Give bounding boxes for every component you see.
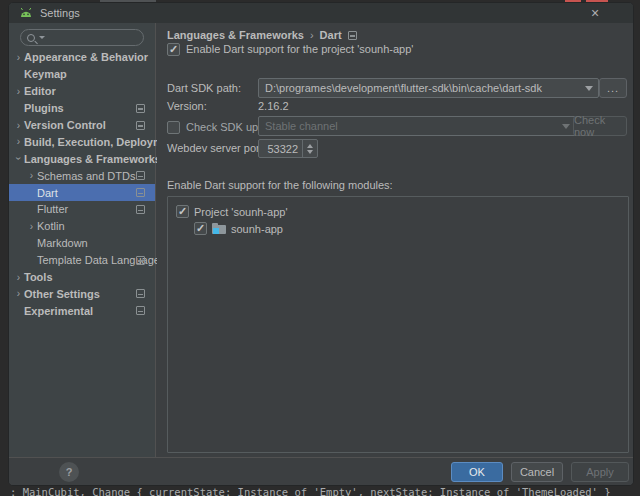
close-icon[interactable]: × [587, 5, 603, 21]
breadcrumb-dart[interactable]: Dart [320, 29, 342, 41]
chevron-right-icon: › [14, 136, 23, 147]
search-icon [27, 34, 35, 42]
version-value: 2.16.2 [258, 100, 289, 112]
check-sdk-update-checkbox[interactable] [167, 121, 180, 134]
chevron-right-icon: › [14, 120, 23, 131]
chevron-right-icon: › [14, 288, 23, 299]
webdev-port-value[interactable]: 53322 [259, 143, 302, 155]
settings-sidebar: ›Appearance & Behavior Keymap ›Editor Pl… [9, 23, 156, 457]
modules-heading: Enable Dart support for the following mo… [167, 179, 393, 191]
version-label: Version: [167, 100, 207, 112]
dart-settings-panel: Languages & Frameworks › Dart Enable Dar… [157, 23, 633, 457]
sidebar-item-schemas-and-dtds[interactable]: ›Schemas and DTDs [9, 167, 155, 184]
sidebar-item-template-data-languages[interactable]: Template Data Languages [9, 252, 155, 269]
module-project-label[interactable]: Project 'sounh-app' [194, 206, 287, 218]
sidebar-item-experimental[interactable]: Experimental [9, 302, 155, 319]
sidebar-item-keymap[interactable]: Keymap [9, 66, 155, 83]
chevron-right-icon: › [27, 170, 36, 181]
breadcrumb-languages-frameworks[interactable]: Languages & Frameworks [167, 29, 304, 41]
update-channel-combobox: Stable channel [258, 116, 576, 136]
sdk-path-value: D:\programes\development\flutter-sdk\bin… [265, 82, 542, 94]
modules-panel: Project 'sounh-app' sounh-app [167, 196, 629, 453]
sidebar-item-version-control[interactable]: ›Version Control [9, 117, 155, 134]
update-channel-value: Stable channel [265, 120, 338, 132]
android-icon [19, 7, 33, 19]
chevron-down-icon: › [14, 153, 23, 164]
settings-tree: ›Appearance & Behavior Keymap ›Editor Pl… [9, 49, 155, 319]
sidebar-item-languages-frameworks[interactable]: ›Languages & Frameworks [9, 150, 155, 167]
module-project-row: Project 'sounh-app' [176, 205, 287, 218]
browse-sdk-button[interactable]: ... [599, 78, 627, 98]
apply-button: Apply [571, 462, 629, 482]
search-options-caret-icon [39, 36, 45, 39]
module-project-checkbox[interactable] [176, 205, 189, 218]
webdev-port-label: Webdev server port: [167, 142, 266, 154]
stepper-arrows[interactable] [302, 140, 317, 157]
sidebar-item-build-execution-deployment[interactable]: ›Build, Execution, Deployment [9, 133, 155, 150]
configurable-badge-icon [136, 188, 145, 197]
console-log-line: : MainCubit, Change { currentState: Inst… [10, 485, 640, 496]
module-icon [212, 223, 226, 234]
sidebar-item-markdown[interactable]: Markdown [9, 235, 155, 252]
sidebar-item-tools[interactable]: ›Tools [9, 269, 155, 286]
dialog-title: Settings [40, 7, 80, 19]
module-item-row: sounh-app [194, 222, 283, 235]
configurable-badge-icon [136, 121, 145, 130]
help-button[interactable]: ? [59, 462, 79, 482]
sidebar-item-appearance-behavior[interactable]: ›Appearance & Behavior [9, 49, 155, 66]
configurable-badge-icon [136, 306, 145, 315]
chevron-right-icon: › [14, 52, 23, 63]
configurable-badge-icon [136, 205, 145, 214]
chevron-right-icon: › [14, 86, 23, 97]
chevron-right-icon: › [27, 221, 36, 232]
combo-dropdown-icon[interactable] [580, 79, 598, 97]
enable-dart-support-label[interactable]: Enable Dart support for the project 'sou… [186, 43, 413, 55]
chevron-right-icon: › [14, 272, 23, 283]
dialog-footer: ? OK Cancel Apply [9, 457, 633, 485]
configurable-badge-icon [136, 289, 145, 298]
ok-button[interactable]: OK [451, 462, 503, 482]
webdev-port-stepper[interactable]: 53322 [258, 139, 318, 158]
enable-dart-support-checkbox[interactable] [167, 43, 180, 56]
enable-dart-support-row: Enable Dart support for the project 'sou… [167, 41, 413, 57]
sidebar-item-dart[interactable]: Dart [9, 184, 155, 201]
stepper-up-icon[interactable] [307, 144, 313, 148]
stepper-down-icon[interactable] [307, 150, 313, 154]
sidebar-item-flutter[interactable]: Flutter [9, 201, 155, 218]
sidebar-item-kotlin[interactable]: ›Kotlin [9, 218, 155, 235]
footer-buttons: OK Cancel Apply [451, 462, 629, 482]
check-now-button: Check now [573, 116, 627, 136]
sdk-path-combobox[interactable]: D:\programes\development\flutter-sdk\bin… [258, 78, 599, 98]
dialog-titlebar: Settings × [9, 3, 633, 23]
module-item-label[interactable]: sounh-app [231, 223, 283, 235]
search-input[interactable] [20, 29, 144, 46]
configurable-badge-icon [136, 171, 145, 180]
configurable-badge-icon [348, 31, 357, 40]
module-item-checkbox[interactable] [194, 222, 207, 235]
sidebar-item-other-settings[interactable]: ›Other Settings [9, 285, 155, 302]
cancel-button[interactable]: Cancel [511, 462, 563, 482]
settings-dialog: Settings × ›Appearance & Behavior Keymap… [8, 2, 634, 486]
sdk-path-label: Dart SDK path: [167, 82, 241, 94]
configurable-badge-icon [136, 256, 145, 265]
sidebar-item-plugins[interactable]: Plugins [9, 100, 155, 117]
configurable-badge-icon [136, 104, 145, 113]
breadcrumb-separator: › [310, 29, 314, 41]
sidebar-item-editor[interactable]: ›Editor [9, 83, 155, 100]
